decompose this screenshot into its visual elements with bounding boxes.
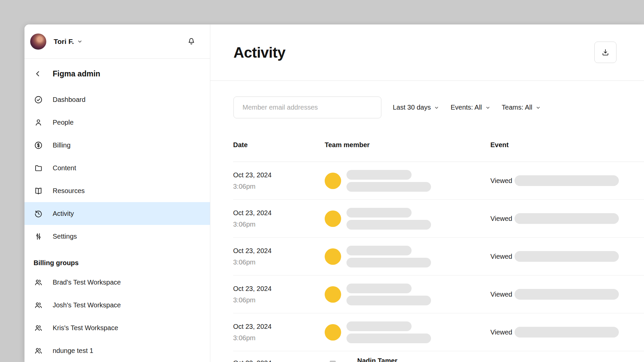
- sidebar-item-billing[interactable]: Billing: [24, 134, 210, 157]
- sidebar-item-activity[interactable]: Activity: [24, 202, 210, 225]
- row-event-cell: Viewed: [490, 251, 644, 262]
- member-avatar: [325, 286, 341, 303]
- team-icon: [34, 323, 43, 333]
- row-date: Oct 23, 2024: [233, 169, 325, 181]
- activity-row: Oct 23, 2024 3:06pm Viewed: [233, 276, 644, 313]
- user-avatar[interactable]: [30, 34, 46, 50]
- sidebar: Tori F. Figma admin: [24, 24, 210, 362]
- notifications-bell-button[interactable]: [185, 36, 197, 47]
- redacted-pill: [346, 321, 412, 331]
- row-member-cell: [325, 284, 490, 305]
- activity-row-partial: Oct 23, 2024 Nadin Tamer: [233, 351, 644, 362]
- activity-row: Oct 23, 2024 3:06pm Viewed: [233, 200, 644, 238]
- member-redacted-text: [346, 208, 431, 230]
- row-member-cell: [325, 208, 490, 230]
- app-window: Tori F. Figma admin: [24, 24, 644, 362]
- row-date-cell: Oct 23, 2024 3:06pm: [233, 321, 325, 344]
- column-header-date: Date: [233, 141, 325, 149]
- activity-table-body: Oct 23, 2024 3:06pm Viewed Oct 23, 2024 …: [233, 162, 644, 351]
- back-button[interactable]: [34, 70, 42, 78]
- member-avatar: [325, 173, 341, 189]
- member-name: Nadin Tamer: [357, 357, 397, 362]
- user-menu-trigger[interactable]: Tori F.: [54, 38, 83, 46]
- sidebar-item-label: People: [53, 119, 73, 126]
- member-redacted-text: [346, 246, 431, 267]
- team-icon: [34, 278, 43, 287]
- date-range-filter[interactable]: Last 30 days: [393, 104, 439, 111]
- activity-row: Oct 23, 2024 3:06pm Viewed: [233, 162, 644, 200]
- row-time: 3:06pm: [233, 294, 325, 306]
- row-member-cell: [325, 321, 490, 343]
- sidebar-item-resources[interactable]: Resources: [24, 179, 210, 202]
- row-date: Oct 23, 2024: [233, 207, 325, 219]
- sidebar-item-settings[interactable]: Settings: [24, 225, 210, 248]
- billing-group-item[interactable]: Brad's Test Workspace: [24, 271, 210, 294]
- teams-filter[interactable]: Teams: All: [502, 104, 541, 111]
- sidebar-item-dashboard[interactable]: Dashboard: [24, 88, 210, 111]
- redacted-pill: [346, 258, 431, 267]
- content-icon: [34, 164, 43, 173]
- redacted-pill: [346, 334, 431, 343]
- sidebar-item-people[interactable]: People: [24, 111, 210, 134]
- billing-group-item[interactable]: Kris's Test Workspace: [24, 316, 210, 339]
- bell-icon: [187, 37, 196, 46]
- team-icon: [34, 301, 43, 310]
- sidebar-item-label: Activity: [53, 210, 74, 218]
- redacted-pill: [515, 175, 619, 186]
- member-redacted-text: [346, 321, 431, 343]
- row-member-cell: [325, 246, 490, 267]
- redacted-pill: [515, 251, 619, 262]
- billing-group-label: ndunge test 1: [53, 347, 93, 355]
- row-member-cell: [325, 170, 490, 192]
- activity-row: Oct 23, 2024 3:06pm Viewed: [233, 313, 644, 351]
- download-icon: [601, 48, 610, 57]
- sidebar-item-content[interactable]: Content: [24, 157, 210, 179]
- row-date-cell: Oct 23, 2024 3:06pm: [233, 169, 325, 192]
- sidebar-nav: Dashboard People Billing Content: [24, 88, 210, 248]
- dashboard-icon: [34, 95, 43, 104]
- billing-groups-title: Billing groups: [24, 257, 210, 269]
- event-label: Viewed: [490, 328, 512, 336]
- chevron-down-icon: [434, 105, 439, 110]
- people-icon: [34, 118, 43, 127]
- activity-row: Oct 23, 2024 3:06pm Viewed: [233, 238, 644, 276]
- redacted-pill: [346, 284, 412, 293]
- billing-group-label: Brad's Test Workspace: [53, 279, 121, 286]
- member-email-input[interactable]: [233, 97, 381, 118]
- row-date: Oct 23, 2024: [233, 245, 325, 256]
- row-member-cell: Nadin Tamer: [325, 351, 490, 362]
- chevron-down-icon: [485, 105, 490, 110]
- billing-group-item[interactable]: Josh's Test Workspace: [24, 294, 210, 316]
- row-event-cell: Viewed: [490, 213, 644, 224]
- member-avatar-placeholder: [330, 361, 336, 362]
- row-time: 3:06pm: [233, 256, 325, 268]
- row-event-cell: Viewed: [490, 175, 644, 186]
- redacted-pill: [346, 170, 412, 180]
- member-redacted-text: [346, 284, 431, 305]
- billing-icon: [34, 141, 43, 150]
- row-event-cell: Viewed: [490, 289, 644, 300]
- sidebar-item-label: Dashboard: [53, 96, 86, 104]
- sidebar-item-label: Content: [53, 164, 76, 172]
- event-label: Viewed: [490, 215, 512, 223]
- redacted-pill: [346, 296, 431, 305]
- row-date-cell: Oct 23, 2024: [233, 351, 325, 362]
- member-avatar: [325, 248, 341, 265]
- sidebar-item-label: Billing: [53, 141, 70, 149]
- chevron-down-icon: [536, 105, 541, 110]
- download-button[interactable]: [594, 42, 616, 63]
- redacted-pill: [515, 327, 619, 338]
- user-name: Tori F.: [54, 38, 74, 46]
- redacted-pill: [346, 246, 412, 255]
- chevron-left-icon: [34, 70, 42, 78]
- date-range-label: Last 30 days: [393, 104, 431, 111]
- activity-table: Date Team member Event Oct 23, 2024 3:06…: [233, 118, 644, 362]
- billing-group-label: Kris's Test Workspace: [53, 324, 118, 332]
- row-time: 3:06pm: [233, 181, 325, 192]
- row-date-cell: Oct 23, 2024 3:06pm: [233, 207, 325, 230]
- billing-groups-list: Brad's Test Workspace Josh's Test Worksp…: [24, 269, 210, 362]
- events-filter[interactable]: Events: All: [450, 104, 490, 111]
- billing-group-item[interactable]: ndunge test 1: [24, 339, 210, 362]
- redacted-pill: [515, 213, 619, 224]
- column-header-event: Event: [490, 141, 644, 149]
